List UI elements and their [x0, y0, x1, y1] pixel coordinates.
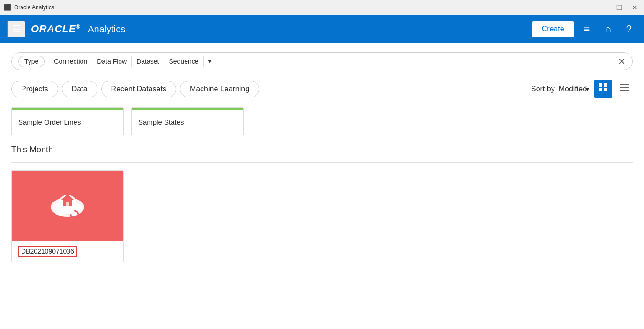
app-title: Oracle Analytics [14, 4, 54, 11]
svg-rect-13 [66, 202, 69, 206]
card-body: Sample States [132, 110, 243, 135]
card-body: Sample Order Lines [12, 110, 123, 135]
navbar: ☰ ORACLE® Analytics Create ≡ ⌂ ? [0, 15, 644, 43]
maximize-button[interactable]: ❐ [614, 3, 625, 12]
tab-row: Projects Data Recent Datasets Machine Le… [11, 80, 633, 98]
analytics-label: Analytics [88, 24, 125, 35]
svg-rect-4 [620, 84, 629, 85]
filter-chip-dataflow[interactable]: Data Flow [92, 56, 132, 67]
close-window-button[interactable]: ✕ [629, 3, 640, 12]
sort-value[interactable]: Modified [559, 85, 587, 93]
filter-chip-dataset[interactable]: Dataset [132, 56, 164, 67]
view-grid-button[interactable] [594, 80, 612, 98]
filter-type-label[interactable]: Type [18, 56, 45, 67]
home-icon[interactable]: ⌂ [600, 21, 615, 37]
svg-rect-1 [604, 83, 607, 87]
data-card-db[interactable]: DB202109071036 [11, 170, 124, 262]
titlebar-controls: — ❐ ✕ [598, 3, 640, 12]
titlebar-left: ⬛ Oracle Analytics [4, 4, 54, 11]
titlebar: ⬛ Oracle Analytics — ❐ ✕ [0, 0, 644, 15]
create-button[interactable]: Create [532, 21, 574, 37]
filter-dropdown-arrow[interactable]: ▼ [204, 56, 216, 67]
card-sample-order-lines[interactable]: Sample Order Lines [11, 107, 124, 135]
this-month-section: This Month [11, 145, 633, 262]
list-icon [620, 83, 629, 92]
svg-rect-5 [620, 87, 629, 88]
grid-icon [599, 83, 607, 92]
filter-chip-connection[interactable]: Connection [49, 56, 92, 67]
cloud-refresh-icon [46, 189, 89, 222]
data-card-body: DB202109071036 [12, 241, 123, 262]
filter-bar: Type Connection Data Flow Dataset Sequen… [11, 52, 633, 70]
minimize-button[interactable]: — [598, 3, 610, 12]
menu-icon[interactable]: ≡ [579, 21, 595, 37]
oracle-logo: ORACLE® [31, 23, 80, 35]
filter-close-button[interactable]: ✕ [618, 56, 626, 67]
card-sample-states[interactable]: Sample States [131, 107, 244, 135]
svg-rect-3 [604, 88, 607, 91]
this-month-cards-row: DB202109071036 [11, 170, 633, 262]
filter-chip-sequence[interactable]: Sequence [164, 56, 203, 67]
card-title: Sample Order Lines [18, 118, 81, 126]
tab-machine-learning[interactable]: Machine Learning [180, 81, 259, 97]
tab-data[interactable]: Data [62, 81, 97, 97]
recent-cards-row: Sample Order Lines Sample States [11, 107, 633, 135]
sort-label: Sort by [531, 85, 555, 93]
view-list-button[interactable] [616, 81, 633, 97]
data-card-title: DB202109071036 [18, 246, 77, 257]
hamburger-menu-button[interactable]: ☰ [7, 21, 25, 37]
svg-rect-0 [599, 83, 602, 87]
this-month-divider [11, 162, 633, 163]
svg-rect-6 [620, 90, 629, 91]
main-content: Type Connection Data Flow Dataset Sequen… [0, 43, 644, 329]
tab-projects[interactable]: Projects [11, 81, 58, 97]
data-card-image [12, 171, 123, 241]
oracle-logo-text: ORACLE [31, 23, 76, 35]
app-icon: ⬛ [4, 4, 11, 11]
card-title: Sample States [138, 118, 184, 126]
this-month-label: This Month [11, 145, 633, 155]
tab-recent-datasets[interactable]: Recent Datasets [101, 81, 176, 97]
sort-dropdown-icon[interactable]: ▼ [584, 85, 591, 93]
sort-area: Sort by Modified ▼ [531, 80, 633, 98]
help-icon[interactable]: ? [622, 21, 637, 37]
svg-rect-2 [599, 88, 602, 91]
